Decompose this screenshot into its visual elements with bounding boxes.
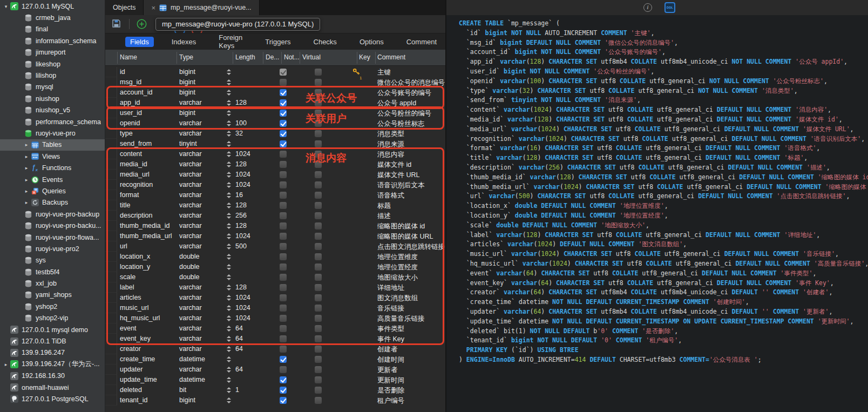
field-comment[interactable]: 详细地址 (377, 283, 404, 293)
type-stepper[interactable] (227, 264, 232, 271)
designer-tab-indexes[interactable]: Indexes (167, 37, 201, 47)
field-row-tenant_id[interactable]: tenant_idbigint租户编号 (105, 395, 445, 406)
field-length[interactable]: 64 (235, 345, 243, 353)
row-selector[interactable] (105, 200, 117, 211)
row-selector[interactable] (105, 323, 117, 334)
row-selector[interactable] (105, 385, 117, 395)
field-length[interactable]: 128 (235, 283, 247, 291)
sidebar-item-niushop-v5[interactable]: niushop_v5 (0, 105, 105, 116)
row-selector[interactable] (105, 139, 117, 149)
designer-tab-fields[interactable]: Fields (125, 37, 154, 47)
not-null-checkbox[interactable] (280, 120, 287, 127)
sidebar-item-niushop[interactable]: niushop (0, 93, 105, 104)
field-type[interactable]: varchar (179, 181, 202, 188)
field-type[interactable]: bigint (179, 68, 195, 76)
type-stepper[interactable] (227, 99, 232, 106)
field-name[interactable]: app_id (120, 99, 140, 106)
virtual-checkbox[interactable] (315, 325, 322, 332)
field-type[interactable]: bigint (179, 89, 195, 96)
row-selector[interactable] (105, 67, 117, 77)
field-type[interactable]: varchar (179, 99, 202, 106)
sidebar-item-139-9-196-247[interactable]: ▸139.9.196.247（华为云-... (0, 359, 105, 370)
field-name[interactable]: recognition (120, 181, 153, 188)
sidebar-item-ruoyi-vue-pro[interactable]: ruoyi-vue-pro (0, 127, 105, 139)
not-null-checkbox[interactable] (280, 89, 287, 96)
field-name[interactable]: thumb_media_id (120, 222, 169, 229)
designer-tab-triggers[interactable]: Triggers (260, 37, 295, 47)
field-row-title[interactable]: titlevarchar128标题 (105, 200, 445, 211)
field-type[interactable]: varchar (179, 294, 202, 301)
not-null-checkbox[interactable] (280, 253, 287, 260)
column-header-type[interactable]: Type (179, 53, 193, 61)
row-selector[interactable] (105, 77, 117, 87)
sidebar-item-127-0-0-1-mysql[interactable]: ▾127.0.0.1 MySQL (0, 1, 105, 12)
virtual-checkbox[interactable] (315, 284, 322, 291)
field-name[interactable]: event_key (120, 335, 151, 342)
field-type[interactable]: datetime (179, 355, 205, 363)
expand-arrow-icon[interactable]: ▾ (2, 4, 10, 9)
row-selector[interactable] (105, 159, 117, 170)
sidebar-item-final[interactable]: final (0, 24, 105, 35)
field-comment[interactable]: 标题 (377, 201, 391, 211)
not-null-checkbox[interactable] (280, 294, 287, 301)
field-comment[interactable]: 公众号粉丝标志 (377, 119, 425, 129)
field-length[interactable]: 128 (235, 99, 247, 106)
field-comment[interactable]: 消息来源 (377, 140, 404, 149)
row-selector[interactable] (105, 364, 117, 375)
field-name[interactable]: music_url (120, 304, 149, 312)
field-row-description[interactable]: descriptionvarchar256描述 (105, 211, 445, 221)
sidebar-item-performance-schema[interactable]: performance_schema (0, 116, 105, 127)
designer-tab-comment[interactable]: Comment (402, 37, 442, 47)
type-stepper[interactable] (227, 233, 232, 240)
field-type[interactable]: varchar (179, 119, 202, 127)
virtual-checkbox[interactable] (315, 212, 322, 219)
field-row-event_key[interactable]: event_keyvarchar64事件 Key (105, 334, 445, 344)
type-stepper[interactable] (227, 335, 232, 342)
virtual-checkbox[interactable] (315, 294, 322, 301)
collapse-arrow-icon[interactable]: ▸ (2, 362, 10, 367)
field-length[interactable]: 64 (235, 325, 243, 332)
field-comment[interactable]: 更新者 (377, 366, 398, 375)
field-comment[interactable]: 微信公众号的消息编号 (377, 78, 445, 87)
field-length[interactable]: 128 (235, 222, 247, 229)
field-name[interactable]: event (120, 325, 137, 332)
field-row-recognition[interactable]: recognitionvarchar1024语音识别后文本 (105, 180, 445, 190)
sidebar-item-127-0-0-1-tidb[interactable]: 127.0.0.1 TiDB (0, 335, 105, 347)
save-button[interactable] (112, 19, 121, 28)
not-null-checkbox[interactable] (280, 171, 287, 178)
collapse-arrow-icon[interactable]: ▸ (23, 165, 30, 171)
field-comment[interactable]: 创建时间 (377, 355, 404, 364)
field-row-send_from[interactable]: send_fromtinyint消息来源 (105, 139, 445, 149)
field-row-update_time[interactable]: update_timedatetime更新时间 (105, 375, 445, 385)
type-stepper[interactable] (227, 192, 232, 199)
sidebar-item-functions[interactable]: ▸ƒxFunctions (0, 162, 105, 173)
row-selector[interactable] (105, 375, 117, 385)
field-type[interactable]: double (179, 253, 200, 260)
field-row-openid[interactable]: openidvarchar100公众号粉丝标志 (105, 118, 445, 129)
virtual-checkbox[interactable] (315, 140, 322, 147)
field-type[interactable]: varchar (179, 222, 202, 229)
field-comment[interactable]: 公众号 appId (377, 99, 416, 108)
column-header-key[interactable]: Key (359, 53, 370, 61)
type-stepper[interactable] (227, 120, 232, 127)
not-null-checkbox[interactable] (280, 212, 287, 219)
field-length[interactable]: 32 (235, 130, 243, 137)
info-icon[interactable]: i (643, 3, 652, 12)
field-row-scale[interactable]: scaledouble地图缩放大小 (105, 272, 445, 282)
virtual-checkbox[interactable] (315, 99, 322, 106)
field-type[interactable]: varchar (179, 345, 202, 353)
tab-mp-message[interactable]: × mp_message@ruoyi-vue... (144, 0, 259, 15)
sidebar-item-139-9-196-247[interactable]: 139.9.196.247 (0, 347, 105, 359)
field-name[interactable]: send_from (120, 140, 152, 147)
sidebar-item-crmeb-java[interactable]: crmeb_java (0, 12, 105, 23)
row-selector[interactable] (105, 149, 117, 159)
type-stepper[interactable] (227, 325, 232, 332)
field-name[interactable]: id (120, 68, 125, 76)
not-null-checkbox[interactable] (280, 233, 287, 240)
type-stepper[interactable] (227, 387, 232, 394)
field-type[interactable]: varchar (179, 314, 202, 322)
type-stepper[interactable] (227, 315, 232, 322)
virtual-checkbox[interactable] (315, 305, 322, 312)
field-name[interactable]: media_id (120, 160, 147, 168)
not-null-checkbox[interactable] (280, 110, 287, 117)
